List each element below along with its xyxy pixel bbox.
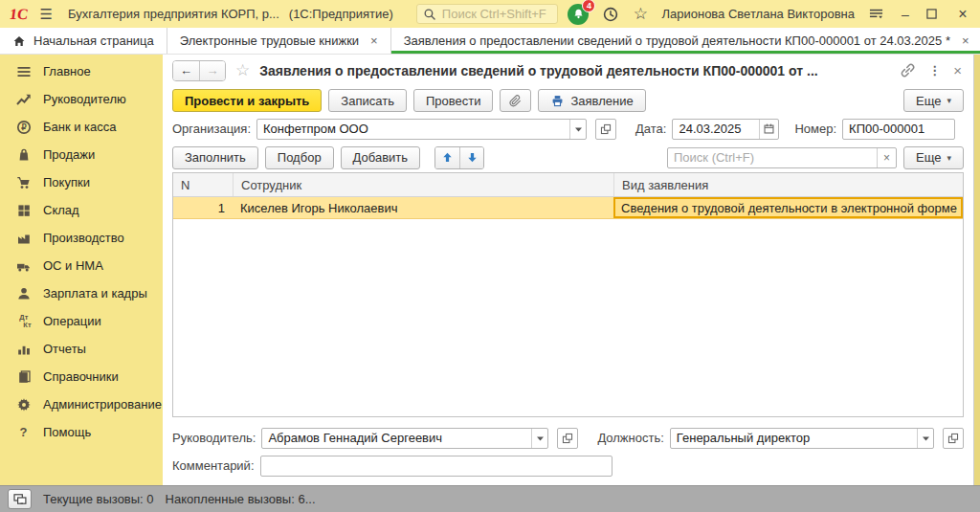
performance-monitor-icon: [8, 489, 32, 509]
chevron-down-icon: ▾: [947, 96, 951, 105]
global-search[interactable]: [416, 4, 559, 24]
global-search-input[interactable]: [442, 7, 552, 21]
pick-button[interactable]: Подбор: [265, 146, 334, 169]
sidebar-item-main[interactable]: Главное: [0, 57, 163, 85]
sidebar-item-label: Банк и касса: [43, 120, 117, 134]
date-field: [672, 119, 779, 140]
post-button[interactable]: Провести: [413, 89, 494, 112]
svg-text:₽: ₽: [21, 122, 27, 132]
form-more-button[interactable]: Еще ▾: [903, 89, 964, 112]
sidebar-item-help[interactable]: ? Помощь: [0, 418, 163, 446]
button-label: Записать: [341, 94, 394, 108]
home-icon: [12, 34, 26, 48]
write-button[interactable]: Записать: [328, 89, 407, 112]
window-titlebar: 1С ☰ Бухгалтерия предприятия КОРП, р... …: [0, 0, 980, 28]
tab-electronic-work-books[interactable]: Электронные трудовые книжки ×: [167, 28, 391, 54]
position-dropdown-icon[interactable]: [917, 429, 933, 448]
truck-icon: [14, 258, 33, 274]
attachments-button[interactable]: [500, 89, 531, 112]
pallet-icon: [14, 203, 33, 218]
tab-statement-document[interactable]: Заявления о предоставлении сведений о тр…: [391, 28, 980, 54]
gear-icon: [14, 397, 33, 412]
close-tab-icon[interactable]: ×: [962, 33, 969, 48]
date-input[interactable]: [673, 120, 759, 139]
service-menu-icon[interactable]: [868, 7, 884, 21]
close-document-icon[interactable]: ×: [953, 62, 962, 78]
favorite-star-icon[interactable]: ☆: [235, 60, 250, 80]
sidebar-item-administration[interactable]: Администрирование: [0, 390, 163, 418]
sidebar-item-label: Администрирование: [43, 397, 162, 412]
forward-button[interactable]: →: [199, 61, 225, 80]
close-window-button[interactable]: ×: [955, 6, 970, 23]
cell-employee[interactable]: Киселев Игорь Николаевич: [233, 197, 613, 218]
more-actions-icon[interactable]: ⋮: [928, 63, 941, 78]
table-empty-area[interactable]: [173, 219, 963, 416]
number-input[interactable]: [842, 119, 955, 140]
history-icon[interactable]: [602, 6, 619, 23]
fill-button[interactable]: Заполнить: [172, 146, 258, 169]
organization-label: Организация:: [172, 122, 251, 136]
table-more-button[interactable]: Еще ▾: [903, 146, 964, 169]
dtkt-icon: ДтКт: [14, 314, 33, 328]
table-row[interactable]: 1 Киселев Игорь Николаевич Сведения о тр…: [173, 197, 963, 219]
question-icon: ?: [14, 425, 33, 439]
organization-choose-button[interactable]: [595, 119, 616, 140]
post-and-close-button[interactable]: Провести и закрыть: [172, 89, 322, 112]
clear-search-icon[interactable]: ×: [877, 148, 896, 167]
tab-bar: Начальная страница Электронные трудовые …: [0, 28, 980, 55]
cell-statement-kind[interactable]: Сведения о трудовой деятельности в элект…: [613, 197, 963, 218]
tab-label: Заявления о предоставлении сведений о тр…: [404, 33, 950, 48]
favorites-star-icon[interactable]: ☆: [633, 4, 648, 24]
button-label: Заявление: [570, 94, 633, 108]
sidebar-item-production[interactable]: Производство: [0, 224, 163, 252]
date-label: Дата:: [635, 122, 666, 136]
add-row-button[interactable]: Добавить: [341, 146, 420, 169]
move-row-up-button[interactable]: [435, 147, 459, 168]
book-icon: [14, 369, 33, 385]
table-search-input[interactable]: [668, 150, 877, 165]
notifications-bell-icon[interactable]: 4: [568, 4, 589, 25]
cell-row-number[interactable]: 1: [173, 197, 233, 218]
sidebar-item-salary-hr[interactable]: Зарплата и кадры: [0, 279, 163, 307]
manager-dropdown-icon[interactable]: [531, 429, 547, 448]
move-row-down-button[interactable]: [459, 147, 483, 168]
sidebar-item-label: Склад: [43, 203, 79, 217]
link-icon[interactable]: [900, 62, 916, 78]
sidebar-item-directories[interactable]: Справочники: [0, 363, 163, 390]
calendar-icon[interactable]: [759, 120, 778, 139]
history-nav: ← →: [172, 60, 226, 81]
button-label: Еще: [916, 94, 941, 108]
sidebar-item-purchases[interactable]: Покупки: [0, 168, 163, 196]
print-statement-button[interactable]: Заявление: [538, 89, 645, 112]
position-choose-button[interactable]: [943, 428, 964, 449]
sidebar-item-operations[interactable]: ДтКт Операции: [0, 307, 163, 335]
comment-input[interactable]: [260, 456, 612, 477]
column-header-kind: Вид заявления: [613, 173, 963, 196]
position-input[interactable]: [671, 429, 917, 448]
button-label: Подбор: [278, 150, 322, 165]
status-bar: Текущие вызовы: 0 Накопленные вызовы: 6.…: [0, 485, 980, 512]
sidebar-item-bank-cash[interactable]: ₽ Банк и касса: [0, 113, 163, 141]
close-tab-icon[interactable]: ×: [370, 33, 378, 48]
user-name[interactable]: Ларионова Светлана Викторовна: [661, 7, 855, 21]
maximize-button[interactable]: [926, 9, 942, 19]
app-title: Бухгалтерия предприятия КОРП, р...: [68, 7, 279, 21]
minimize-button[interactable]: –: [898, 7, 913, 22]
sidebar-item-warehouse[interactable]: Склад: [0, 196, 163, 224]
sidebar-item-sales[interactable]: Продажи: [0, 141, 163, 168]
manager-choose-button[interactable]: [557, 428, 578, 449]
sidebar-item-fixed-assets[interactable]: ОС и НМА: [0, 252, 163, 279]
tab-home[interactable]: Начальная страница: [0, 28, 167, 54]
sidebar-item-manager[interactable]: Руководителю: [0, 85, 163, 113]
back-button[interactable]: ←: [173, 61, 199, 80]
organization-input[interactable]: [257, 120, 569, 139]
main-menu-icon[interactable]: ☰: [40, 6, 53, 23]
sidebar-item-reports[interactable]: Отчеты: [0, 335, 163, 363]
sidebar-item-label: Отчеты: [43, 342, 86, 356]
document-title: Заявления о предоставлении сведений о тр…: [259, 63, 890, 78]
table-search: ×: [667, 147, 897, 168]
ruble-icon: ₽: [14, 120, 33, 135]
button-label: Заполнить: [185, 150, 246, 165]
organization-dropdown-icon[interactable]: [569, 120, 586, 139]
manager-input[interactable]: [262, 429, 531, 448]
